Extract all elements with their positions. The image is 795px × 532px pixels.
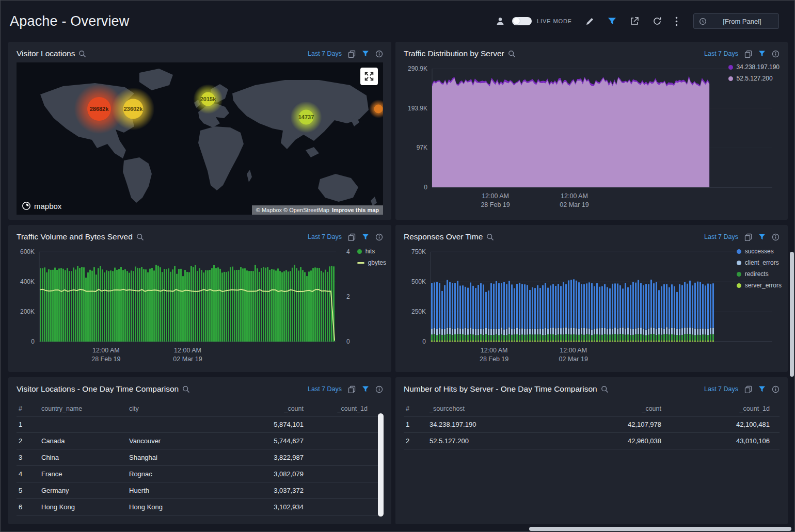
- table-row[interactable]: 4FranceRognac3,082,079: [17, 466, 383, 482]
- time-range-label[interactable]: Last 7 Days: [704, 50, 738, 57]
- legend-dot: [728, 65, 733, 70]
- zoom-icon[interactable]: [182, 385, 190, 393]
- column-header[interactable]: city: [127, 405, 233, 412]
- zoom-icon[interactable]: [136, 233, 144, 241]
- time-range-label[interactable]: Last 7 Days: [308, 385, 342, 393]
- copy-icon[interactable]: [744, 50, 752, 58]
- filter-icon[interactable]: [758, 385, 766, 393]
- legend-item[interactable]: server_errors: [737, 282, 782, 289]
- page-horizontal-scrollbar[interactable]: [529, 527, 791, 531]
- hits-by-server-table: #_sourcehost_count_count_1d 134.238.197.…: [404, 401, 780, 449]
- column-header[interactable]: #: [17, 405, 39, 412]
- legend-item[interactable]: client_errors: [737, 259, 782, 266]
- legend-item[interactable]: hits: [357, 248, 386, 255]
- legend-item[interactable]: gbytes: [357, 259, 386, 266]
- column-header[interactable]: _sourcehost: [427, 405, 498, 412]
- table-row[interactable]: 2CanadaVancouver5,744,627: [17, 433, 383, 449]
- table-cell: 4: [17, 470, 39, 478]
- table-scrollbar[interactable]: [378, 413, 384, 517]
- map-marker[interactable]: 23602k: [112, 88, 155, 131]
- column-header[interactable]: _count_1d: [663, 405, 780, 412]
- table-cell: Hong Kong: [127, 503, 233, 511]
- info-icon[interactable]: [772, 385, 780, 393]
- svg-text:02 Mar 19: 02 Mar 19: [560, 201, 589, 208]
- fullscreen-button[interactable]: [360, 68, 378, 85]
- time-range-label[interactable]: Last 7 Days: [308, 233, 342, 240]
- filter-icon[interactable]: [758, 50, 766, 57]
- info-icon[interactable]: [772, 233, 780, 241]
- legend-label: gbytes: [368, 259, 386, 266]
- copy-icon[interactable]: [744, 385, 752, 393]
- svg-text:400K: 400K: [20, 278, 35, 285]
- zoom-icon[interactable]: [78, 50, 86, 58]
- map-marker[interactable]: 2015k: [193, 84, 223, 114]
- legend-item[interactable]: 34.238.197.190: [728, 63, 780, 71]
- share-export-icon[interactable]: [630, 17, 639, 26]
- mapbox-logo[interactable]: mapbox: [22, 201, 61, 211]
- table-cell: China: [39, 454, 127, 461]
- copy-icon[interactable]: [744, 233, 752, 241]
- info-icon[interactable]: [772, 50, 780, 58]
- traffic-volume-chart[interactable]: 0200K400K600K12:00 AM28 Feb 1912:00 AM02…: [17, 245, 383, 367]
- table-cell: 5,874,101: [233, 421, 306, 428]
- info-icon[interactable]: [375, 50, 383, 58]
- world-map[interactable]: 28682k23602k2015k14737 mapbox © Mapbox ©…: [17, 62, 383, 215]
- filter-icon[interactable]: [608, 17, 616, 25]
- legend-item[interactable]: redirects: [737, 270, 782, 278]
- column-header[interactable]: #: [404, 405, 427, 412]
- copy-icon[interactable]: [348, 50, 356, 58]
- column-header[interactable]: country_name: [39, 405, 127, 412]
- edit-pencil-icon[interactable]: [585, 17, 594, 26]
- table-cell: Vancouver: [127, 437, 233, 445]
- live-mode-toggle[interactable]: [512, 17, 532, 25]
- info-icon[interactable]: [375, 233, 383, 241]
- legend-item[interactable]: 52.5.127.200: [728, 75, 780, 82]
- traffic-distribution-chart[interactable]: 097K193.9K290.9K12:00 AM28 Feb 1912:00 A…: [404, 61, 778, 215]
- legend-item[interactable]: successes: [737, 248, 782, 255]
- table-cell: 1: [17, 421, 39, 428]
- table-row[interactable]: 6Hong KongHong Kong3,102,934: [17, 499, 383, 515]
- column-header[interactable]: _count: [233, 405, 306, 412]
- info-icon[interactable]: [375, 385, 383, 393]
- time-range-label[interactable]: Last 7 Days: [308, 50, 342, 57]
- table-row[interactable]: 252.5.127.20042,960,03843,010,106: [404, 433, 780, 449]
- zoom-icon[interactable]: [486, 233, 494, 241]
- svg-text:290.9K: 290.9K: [408, 65, 427, 72]
- time-range-input[interactable]: [From Panel]: [693, 13, 779, 29]
- table-cell: 3,822,987: [233, 454, 306, 461]
- responses-chart[interactable]: 0250K500K750K12:00 AM28 Feb 1912:00 AM02…: [404, 245, 780, 367]
- marker-label: 23602k: [124, 106, 144, 112]
- zoom-icon[interactable]: [601, 385, 609, 393]
- copy-icon[interactable]: [348, 385, 356, 393]
- filter-icon[interactable]: [362, 385, 369, 393]
- table-header-row: #_sourcehost_count_count_1d: [404, 401, 780, 416]
- panel-visitor-locations: Visitor Locations Last 7 Days: [8, 42, 391, 220]
- table-row[interactable]: 3ChinaShanghai3,822,987: [17, 449, 383, 466]
- page-vertical-scrollbar[interactable]: [790, 252, 794, 377]
- copy-icon[interactable]: [348, 233, 356, 241]
- table-body: 15,874,1012CanadaVancouver5,744,6273Chin…: [17, 416, 383, 515]
- filter-icon[interactable]: [362, 50, 369, 57]
- improve-map-link[interactable]: Improve this map: [332, 207, 379, 213]
- legend-label: server_errors: [745, 282, 782, 289]
- time-range-label[interactable]: Last 7 Days: [704, 385, 738, 393]
- table-row[interactable]: 5GermanyHuerth3,037,372: [17, 482, 383, 499]
- attribution-text: © Mapbox © OpenStreetMap: [256, 207, 329, 213]
- filter-icon[interactable]: [362, 233, 369, 240]
- time-range-label[interactable]: Last 7 Days: [704, 233, 738, 240]
- refresh-icon[interactable]: [653, 17, 662, 26]
- kebab-menu-icon[interactable]: [675, 17, 678, 26]
- column-header[interactable]: _count: [498, 405, 663, 412]
- clock-icon: [699, 18, 707, 25]
- panel-responses: Responses Over Time Last 7 Days successe…: [395, 225, 788, 372]
- filter-icon[interactable]: [758, 233, 766, 240]
- column-header[interactable]: _count_1d: [306, 405, 383, 412]
- map-marker[interactable]: 14737: [290, 101, 322, 133]
- user-icon[interactable]: [496, 17, 505, 26]
- svg-text:500K: 500K: [411, 278, 426, 285]
- table-row[interactable]: 15,874,101: [17, 416, 383, 433]
- table-row[interactable]: 134.238.197.19042,107,97842,100,481: [404, 416, 780, 433]
- page-title: Apache - Overview: [10, 13, 130, 29]
- panel-title: Number of Hits by Server - One Day Time …: [404, 384, 597, 394]
- zoom-icon[interactable]: [508, 50, 516, 58]
